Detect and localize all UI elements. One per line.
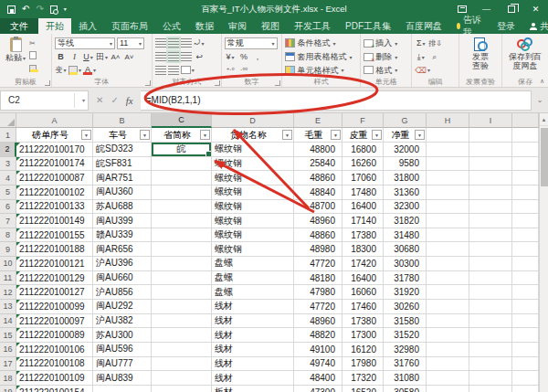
undo-icon[interactable]: ↶ bbox=[22, 5, 29, 14]
cell-F12[interactable]: 16060 bbox=[342, 285, 384, 300]
cell-B2[interactable]: 皖SD323 bbox=[93, 143, 152, 157]
cell-F19[interactable]: 16520 bbox=[342, 386, 384, 392]
align-center-icon[interactable] bbox=[168, 52, 179, 61]
autosum-button[interactable]: Σ▾ bbox=[415, 37, 427, 49]
cell-?5[interactable] bbox=[512, 185, 539, 200]
cell-C4[interactable] bbox=[152, 171, 212, 185]
cell-H15[interactable] bbox=[427, 328, 469, 343]
cell-G4[interactable]: 31800 bbox=[384, 171, 427, 185]
cell-E3[interactable]: 25840 bbox=[294, 157, 342, 172]
increase-decimal-button[interactable]: ⁺·⁰ bbox=[225, 64, 237, 76]
format-as-table-button[interactable]: 套用表格格式 bbox=[297, 52, 346, 61]
column-header-C[interactable]: C bbox=[152, 113, 212, 128]
cell-F3[interactable]: 16260 bbox=[342, 157, 384, 172]
underline-button[interactable]: U▾ bbox=[82, 51, 94, 63]
vertical-scrollbar[interactable]: ▲ bbox=[539, 113, 548, 392]
cell-B18[interactable]: 闽AU839 bbox=[93, 371, 152, 386]
row-header-17[interactable]: 17 bbox=[0, 357, 16, 372]
cell-A17[interactable]: 2112220100108 bbox=[16, 357, 93, 372]
cell-?6[interactable] bbox=[512, 200, 539, 215]
cell-B16[interactable]: 闽AU596 bbox=[93, 343, 152, 357]
cell-C11[interactable] bbox=[152, 271, 212, 286]
cell-?10[interactable] bbox=[512, 257, 539, 271]
ribbon-tab-5[interactable]: 数据 bbox=[188, 18, 221, 34]
qat-customize-icon[interactable]: ▾ bbox=[64, 5, 67, 14]
cell-I18[interactable] bbox=[469, 371, 512, 386]
cell-E19[interactable]: 47300 bbox=[294, 386, 342, 392]
font-name-select[interactable]: 等线▾ bbox=[55, 37, 115, 49]
row-header-10[interactable]: 10 bbox=[0, 257, 16, 271]
cell-?11[interactable] bbox=[512, 271, 539, 286]
cell-F14[interactable]: 17380 bbox=[342, 314, 384, 329]
cell-C13[interactable] bbox=[152, 300, 212, 314]
cell-?13[interactable] bbox=[512, 300, 539, 314]
column-header-partial[interactable] bbox=[512, 113, 539, 128]
cell-A16[interactable]: 2112220100106 bbox=[16, 343, 93, 357]
cell-C9[interactable] bbox=[152, 242, 212, 257]
decrease-indent-icon[interactable] bbox=[155, 66, 166, 75]
filter-button-G[interactable]: ▼ bbox=[415, 130, 425, 140]
name-box[interactable]: C2 ▾ bbox=[0, 90, 89, 111]
cell-?15[interactable] bbox=[512, 328, 539, 343]
cell-B14[interactable]: 沪AU382 bbox=[93, 314, 152, 329]
tell-me-box[interactable]: 告诉我... bbox=[449, 18, 490, 34]
header-cell-C[interactable]: 省简称▼ bbox=[152, 128, 212, 143]
cell-A13[interactable]: 2112220100099 bbox=[16, 300, 93, 314]
sign-in-button[interactable]: 登录 bbox=[490, 20, 522, 33]
row-header-18[interactable]: 18 bbox=[0, 371, 16, 386]
cell-?17[interactable] bbox=[512, 357, 539, 372]
cell-C12[interactable] bbox=[152, 285, 212, 300]
cell-C17[interactable] bbox=[152, 357, 212, 372]
save-to-netdisk-button[interactable]: 保存到百度网盘 bbox=[505, 37, 545, 77]
header-cell-B[interactable]: 车号▼ bbox=[93, 128, 152, 143]
cell-?8[interactable] bbox=[512, 228, 539, 243]
cell-E13[interactable]: 47720 bbox=[294, 300, 342, 314]
cell-H7[interactable] bbox=[427, 214, 469, 228]
cell-F5[interactable]: 17480 bbox=[342, 185, 384, 200]
row-header-12[interactable]: 12 bbox=[0, 285, 16, 300]
cell-A3[interactable]: 2112220100174 bbox=[16, 157, 93, 172]
row-header-7[interactable]: 7 bbox=[0, 214, 16, 228]
cell-G9[interactable]: 30680 bbox=[384, 242, 427, 257]
cell-E8[interactable]: 48860 bbox=[294, 228, 342, 243]
cell-C16[interactable] bbox=[152, 343, 212, 357]
cell-D11[interactable]: 盘螺 bbox=[212, 271, 294, 286]
header-cell-G[interactable]: 净重▼ bbox=[384, 128, 427, 143]
merge-center-button[interactable]: ▾ bbox=[181, 64, 195, 76]
cell-E11[interactable]: 48180 bbox=[294, 271, 342, 286]
ribbon-display-options-button[interactable] bbox=[449, 0, 474, 18]
cell-D18[interactable]: 线材 bbox=[212, 371, 294, 386]
cell-G18[interactable]: 31080 bbox=[384, 371, 427, 386]
cell-H10[interactable] bbox=[427, 257, 469, 271]
cell-I11[interactable] bbox=[469, 271, 512, 286]
phonetic-guide-button[interactable]: 变▾ bbox=[55, 64, 67, 76]
cell-D14[interactable]: 线材 bbox=[212, 314, 294, 329]
cell-E7[interactable]: 48960 bbox=[294, 214, 342, 228]
cell-H17[interactable] bbox=[427, 357, 469, 372]
cell-C6[interactable] bbox=[152, 200, 212, 215]
cell-I10[interactable] bbox=[469, 257, 512, 271]
cell-F9[interactable]: 18300 bbox=[342, 242, 384, 257]
cell-A15[interactable]: 2112220100089 bbox=[16, 328, 93, 343]
header-cell-H[interactable] bbox=[427, 128, 469, 143]
conditional-formatting-button[interactable]: 条件格式 bbox=[297, 38, 330, 48]
cell-B5[interactable]: 闽AU360 bbox=[93, 185, 152, 200]
alignment-dialog-launcher-icon[interactable] bbox=[215, 80, 220, 86]
cell-I6[interactable] bbox=[469, 200, 512, 215]
cell-B11[interactable]: 闽AU660 bbox=[93, 271, 152, 286]
filter-button-E[interactable]: ▼ bbox=[331, 130, 341, 140]
column-header-D[interactable]: D bbox=[212, 113, 294, 128]
cell-?18[interactable] bbox=[512, 371, 539, 386]
header-cell-?[interactable] bbox=[512, 128, 539, 143]
share-button[interactable]: 共享 bbox=[522, 20, 548, 33]
header-cell-E[interactable]: 毛重▼ bbox=[294, 128, 342, 143]
cell-I2[interactable] bbox=[469, 143, 512, 157]
minimize-button[interactable]: — bbox=[474, 0, 499, 18]
cell-B15[interactable]: 苏AU300 bbox=[93, 328, 152, 343]
cell-B6[interactable]: 苏AU688 bbox=[93, 200, 152, 215]
row-header-2[interactable]: 2 bbox=[0, 143, 16, 157]
cell-H11[interactable] bbox=[427, 271, 469, 286]
cell-E5[interactable]: 48840 bbox=[294, 185, 342, 200]
cell-I13[interactable] bbox=[469, 300, 512, 314]
clipboard-dialog-launcher-icon[interactable] bbox=[45, 80, 50, 86]
